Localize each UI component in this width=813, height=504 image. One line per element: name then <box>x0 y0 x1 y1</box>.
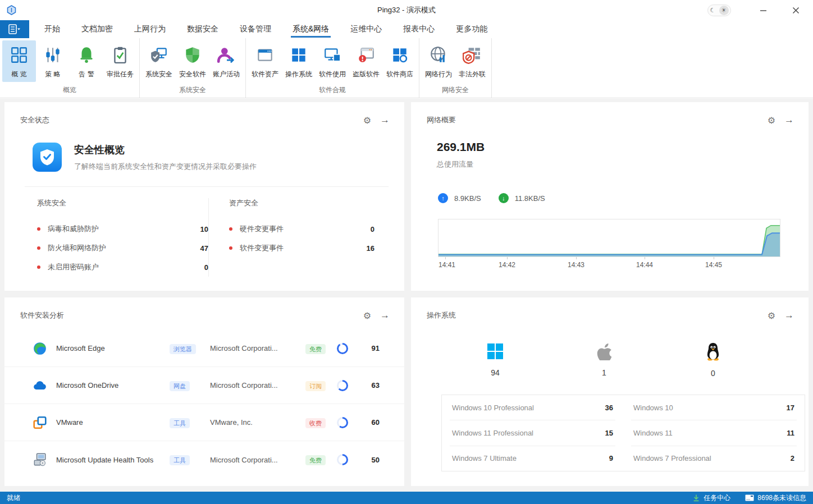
ribbon: 概 览 策 略 告 警 审批任务 概览 系统安全 <box>0 38 813 98</box>
ribbon-group-network-security: 网络行为 非法外联 网络安全 <box>419 38 492 98</box>
document-menu-icon <box>8 24 21 34</box>
security-overview: 安全性概览 了解终端当前系统安全性和资产变更情况并采取必要操作 <box>33 143 404 172</box>
account-activity-button[interactable]: 账户活动 <box>209 40 243 82</box>
overview-grid-icon <box>10 44 29 66</box>
theme-toggle[interactable]: ☾ ☀ <box>707 4 731 16</box>
tab-ops-center[interactable]: 运维中心 <box>340 20 392 38</box>
green-shield-icon <box>183 44 202 66</box>
system-security-button[interactable]: 系统安全 <box>142 40 176 82</box>
onedrive-icon <box>33 378 47 393</box>
tab-more-functions[interactable]: 更多功能 <box>445 20 498 38</box>
minimize-button[interactable] <box>750 0 776 20</box>
software-install-panel: 软件安装分析 ⚙ → Microsoft Edge 浏览器 Microsoft … <box>4 297 404 486</box>
asset-security-section: 资产安全 硬件变更事件 0 软件变更事件 16 <box>208 198 377 277</box>
panel-title: 安全状态 <box>20 115 49 125</box>
arrow-right-icon[interactable]: → <box>380 310 390 321</box>
total-traffic-value: 269.1MB <box>437 140 809 154</box>
moon-icon[interactable]: ☾ <box>710 7 715 14</box>
price-badge: 收费 <box>305 418 326 428</box>
software-row-onedrive[interactable]: Microsoft OneDrive 网盘 Microsoft Corporat… <box>4 367 404 404</box>
list-item[interactable]: 硬件变更事件 0 <box>229 219 377 239</box>
status-bar: 就绪 任务中心 8698条未读信息 <box>0 492 813 504</box>
tab-document-encryption[interactable]: 文档加密 <box>71 20 124 38</box>
window-title: Ping32 - 演示模式 <box>0 0 813 20</box>
category-badge: 工具 <box>170 418 190 428</box>
mail-icon <box>745 494 754 501</box>
os-version-table: Windows 10 Professional 36 Windows 11 Pr… <box>441 395 805 471</box>
price-badge: 免费 <box>305 455 326 465</box>
approval-tasks-button[interactable]: 审批任务 <box>103 40 137 82</box>
arrow-right-icon[interactable]: → <box>784 310 794 321</box>
security-overview-title: 安全性概览 <box>74 143 257 157</box>
policy-button[interactable]: 策 略 <box>36 40 70 82</box>
app-menu-button[interactable] <box>0 20 29 38</box>
table-row: Windows 11 Professional 15 <box>450 420 615 446</box>
tab-data-security[interactable]: 数据安全 <box>176 20 229 38</box>
software-usage-button[interactable]: 软件使用 <box>316 40 349 82</box>
table-row: Windows 10 17 <box>631 395 797 420</box>
software-row-update-health-tools[interactable]: Microsoft Update Health Tools 工具 Microso… <box>4 441 404 478</box>
price-badge: 免费 <box>305 344 326 354</box>
status-ready: 就绪 <box>7 493 678 503</box>
gear-icon[interactable]: ⚙ <box>768 115 775 126</box>
alert-button[interactable]: 告 警 <box>70 40 103 82</box>
windows-logo-icon <box>289 44 308 66</box>
close-button[interactable] <box>783 0 809 20</box>
list-item[interactable]: 未启用密码账户 0 <box>37 258 208 277</box>
ribbon-group-system-security: 系统安全 安全软件 账户活动 系统安全 <box>140 38 246 98</box>
gear-icon[interactable]: ⚙ <box>363 310 371 321</box>
upload-speed: 8.9KB/S <box>454 194 481 203</box>
software-row-edge[interactable]: Microsoft Edge 浏览器 Microsoft Corporati..… <box>4 330 404 367</box>
list-item[interactable]: 防火墙和网络防护 47 <box>37 239 208 258</box>
panel-title: 操作系统 <box>427 310 456 320</box>
upload-arrow-icon: ↑ <box>438 193 448 203</box>
ribbon-group-overview: 概 览 策 略 告 警 审批任务 概览 <box>0 38 140 98</box>
overview-button[interactable]: 概 览 <box>2 40 36 82</box>
download-speed: 11.8KB/S <box>515 194 545 203</box>
network-behavior-button[interactable]: 网络行为 <box>422 40 455 82</box>
task-center-button[interactable]: 任务中心 <box>692 493 730 503</box>
pirated-software-button[interactable]: 盗版软件 <box>349 40 383 82</box>
download-icon <box>692 494 700 502</box>
security-overview-desc: 了解终端当前系统安全性和资产变更情况并采取必要操作 <box>74 162 257 172</box>
platform-windows[interactable]: 94 <box>462 342 529 378</box>
x-tick-label: 14:41 <box>439 261 455 269</box>
platform-apple[interactable]: 1 <box>570 342 638 378</box>
gear-icon[interactable]: ⚙ <box>768 310 775 321</box>
apple-count: 1 <box>602 368 606 377</box>
platform-linux[interactable]: 0 <box>679 342 747 378</box>
tab-start[interactable]: 开始 <box>34 20 71 38</box>
gear-icon[interactable]: ⚙ <box>363 115 371 126</box>
axis-tick <box>645 257 645 259</box>
table-row: Windows 7 Professional 2 <box>631 446 797 471</box>
operating-system-button[interactable]: 操作系统 <box>282 40 316 82</box>
dashboard: 安全状态 ⚙ → 安全性概览 了解终端当前系统安全性和资产变更情况并采取必要操作… <box>0 99 813 492</box>
ribbon-group-software-compliance: 软件资产 操作系统 软件使用 盗版软件 软件商店 软件合规 <box>246 38 419 98</box>
arrow-right-icon[interactable]: → <box>380 114 390 126</box>
vmware-icon <box>33 415 47 430</box>
app-window-icon <box>255 44 275 66</box>
list-item[interactable]: 病毒和威胁防护 10 <box>37 219 208 239</box>
install-ratio-ring <box>337 380 348 391</box>
arrow-right-icon[interactable]: → <box>784 114 794 126</box>
tab-web-behavior[interactable]: 上网行为 <box>124 20 176 38</box>
tab-report-center[interactable]: 报表中心 <box>392 20 445 38</box>
windows-count: 94 <box>491 368 500 377</box>
category-badge: 网盘 <box>170 381 190 391</box>
security-software-button[interactable]: 安全软件 <box>176 40 209 82</box>
firewall-shield-icon <box>463 44 482 66</box>
tab-device-management[interactable]: 设备管理 <box>229 20 282 38</box>
store-grid-icon <box>390 44 409 66</box>
software-row-vmware[interactable]: VMware 工具 VMware, Inc. 收费 60 <box>4 404 404 441</box>
list-item[interactable]: 软件变更事件 16 <box>229 239 377 258</box>
x-tick-label: 14:42 <box>499 261 515 269</box>
software-store-button[interactable]: 软件商店 <box>383 40 417 82</box>
monitor-window-icon <box>323 44 342 66</box>
software-asset-button[interactable]: 软件资产 <box>248 40 282 82</box>
illegal-connection-button[interactable]: 非法外联 <box>455 40 489 82</box>
table-row: Windows 11 11 <box>631 420 797 446</box>
tab-system-network[interactable]: 系统&网络 <box>282 20 340 38</box>
sun-icon[interactable]: ☀ <box>719 6 729 15</box>
panel-title: 软件安装分析 <box>20 310 64 320</box>
unread-messages-button[interactable]: 8698条未读信息 <box>745 493 806 503</box>
